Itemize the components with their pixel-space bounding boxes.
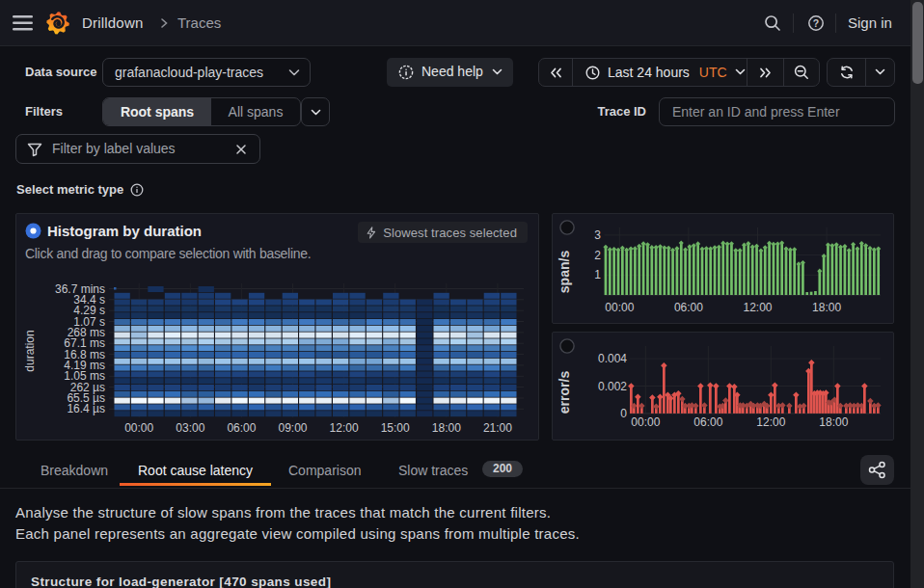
svg-text:?: ? bbox=[813, 17, 819, 29]
svg-text:09:00: 09:00 bbox=[278, 421, 307, 435]
svg-text:16.4 µs: 16.4 µs bbox=[67, 402, 105, 415]
svg-text:06:00: 06:00 bbox=[227, 421, 256, 435]
svg-text:12:00: 12:00 bbox=[330, 421, 359, 435]
svg-text:0.002: 0.002 bbox=[598, 380, 627, 393]
svg-text:00:00: 00:00 bbox=[631, 415, 660, 429]
svg-text:1: 1 bbox=[594, 268, 601, 281]
svg-text:06:00: 06:00 bbox=[674, 301, 703, 314]
svg-text:12:00: 12:00 bbox=[743, 301, 772, 314]
svg-text:3: 3 bbox=[594, 228, 601, 242]
svg-text:21:00: 21:00 bbox=[483, 421, 512, 435]
svg-text:0.004: 0.004 bbox=[598, 352, 627, 365]
svg-text:00:00: 00:00 bbox=[605, 301, 634, 314]
svg-text:0: 0 bbox=[620, 407, 627, 420]
svg-text:00:00: 00:00 bbox=[124, 421, 153, 435]
svg-text:2: 2 bbox=[594, 249, 601, 262]
svg-text:18:00: 18:00 bbox=[819, 415, 848, 429]
svg-text:06:00: 06:00 bbox=[693, 415, 722, 429]
svg-text:12:00: 12:00 bbox=[756, 415, 785, 429]
svg-text:18:00: 18:00 bbox=[812, 301, 841, 314]
svg-text:duration: duration bbox=[23, 330, 37, 371]
svg-text:03:00: 03:00 bbox=[176, 421, 204, 435]
svg-text:18:00: 18:00 bbox=[432, 421, 461, 435]
svg-text:15:00: 15:00 bbox=[381, 421, 410, 435]
